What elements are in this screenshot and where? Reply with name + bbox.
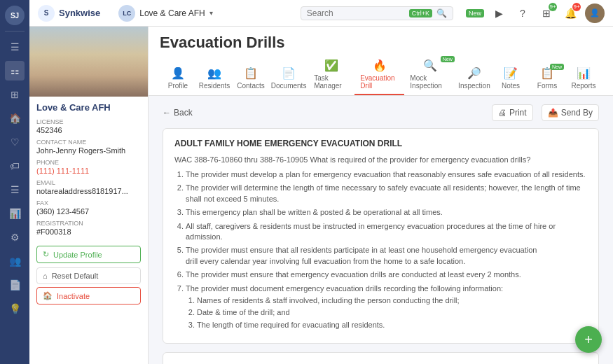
sidebar-divider-1 [5, 31, 25, 31]
drill-form: Evacuation drill Conducted by by Maria D… [163, 352, 599, 364]
sidebar-users-icon[interactable]: 👥 [5, 251, 25, 271]
search-icon: 🔍 [436, 8, 447, 18]
nav-icon-group: New ▶ ? ⊞ 9+ 🔔 9+ 👤 [466, 4, 605, 23]
sidebar-building-icon[interactable]: 🏠 [5, 108, 25, 128]
rule-list: The provider must develop a plan for eme… [174, 169, 587, 330]
evacuation-drill-icon: 🔥 [373, 59, 387, 72]
sub-rule-3: The length of time required for evacuati… [197, 320, 587, 330]
facility-selector[interactable]: LC Love & Care AFH ▾ [118, 5, 212, 22]
print-icon: 🖨 [498, 108, 507, 118]
rule-4: All staff, caregivers & residents must b… [186, 221, 587, 243]
rule-2: The provider will determine the length o… [186, 183, 587, 204]
tab-notes-label: Notes [502, 82, 520, 90]
rule-3: This emergency plan shall be written & p… [186, 207, 587, 218]
inactivate-icon: 🏠 [43, 291, 53, 300]
sub-rule-2: Date & time of the drill; and [197, 307, 587, 318]
email-value: notarealaddress8181917... [36, 187, 141, 195]
patient-sidebar: Love & Care AFH License 452346 Contact N… [29, 27, 149, 364]
tab-contacts[interactable]: 📋 Contacts [233, 62, 269, 95]
send-by-label: Send By [561, 108, 593, 118]
sidebar-light-icon[interactable]: 💡 [5, 299, 25, 318]
tab-forms[interactable]: New 📋 Forms [529, 62, 565, 95]
tab-evacuation-drill[interactable]: 🔥 Evacuation Drill [354, 55, 404, 95]
sidebar-tag-icon[interactable]: 🏷 [5, 156, 25, 176]
tab-notes[interactable]: 📝 Notes [493, 62, 529, 95]
fax-value: (360) 123-4567 [36, 207, 141, 216]
tab-documents[interactable]: 📄 Documents [269, 62, 308, 95]
nav-new-badge[interactable]: New [466, 4, 484, 22]
contact-label: Contact Name [36, 139, 141, 146]
nav-help-icon[interactable]: ? [514, 4, 532, 22]
top-navigation: S Synkwise LC Love & Care AFH ▾ Ctrl+K 🔍… [29, 0, 613, 27]
sidebar-settings-icon[interactable]: ⚙ [5, 227, 25, 247]
documents-icon: 📄 [282, 66, 296, 80]
sidebar-doc-icon[interactable]: 📄 [5, 275, 25, 295]
bell-badge: 9+ [572, 3, 581, 11]
tab-task-manager-label: Task Manager [314, 74, 349, 90]
sidebar-grid-icon[interactable]: ⊞ [5, 85, 25, 104]
sidebar-home-icon[interactable]: ⚏ [5, 61, 25, 80]
license-label: License [36, 118, 141, 125]
send-icon: 📤 [548, 108, 558, 118]
tab-reports[interactable]: 📊 Reports [565, 62, 602, 95]
tab-forms-label: Forms [537, 82, 557, 90]
phone-value: (111) 111-1111 [36, 167, 141, 175]
sidebar-menu-icon[interactable]: ☰ [5, 37, 25, 57]
content-wrapper: Love & Care AFH License 452346 Contact N… [29, 27, 613, 364]
facility-dropdown-arrow: ▾ [209, 9, 213, 17]
nav-apps-icon[interactable]: ⊞ 9+ [537, 4, 556, 22]
reset-default-button[interactable]: ⌂ Reset Default [36, 267, 141, 284]
nav-bell-icon[interactable]: 🔔 9+ [561, 4, 579, 22]
tab-residents-label: Residents [199, 82, 230, 90]
tab-profile[interactable]: 👤 Profile [160, 62, 196, 95]
back-button[interactable]: ← Back [163, 108, 193, 118]
tab-reports-label: Reports [572, 82, 596, 90]
tab-residents[interactable]: 👥 Residents [196, 62, 233, 95]
search-input[interactable] [307, 8, 405, 18]
main-content: S Synkwise LC Love & Care AFH ▾ Ctrl+K 🔍… [29, 0, 613, 364]
tab-inspection[interactable]: 🔎 Inspection [456, 62, 493, 95]
back-bar: ← Back 🖨 Print 📤 Send By [163, 104, 599, 121]
rule-5: The provider must ensure that all reside… [186, 245, 587, 267]
back-label: Back [174, 108, 193, 118]
patient-photo [29, 27, 148, 97]
new-badge: New [466, 9, 484, 18]
left-sidebar: SJ ☰ ⚏ ⊞ 🏠 ♡ 🏷 ☰ 📊 ⚙ 👥 📄 💡 [0, 0, 29, 364]
sidebar-user-avatar[interactable]: SJ [5, 6, 25, 25]
fab-add-button[interactable]: + [575, 326, 602, 353]
sidebar-list-icon[interactable]: ☰ [5, 180, 25, 200]
send-by-button[interactable]: 📤 Send By [542, 104, 599, 121]
sidebar-chart-icon[interactable]: 📊 [5, 204, 25, 223]
contacts-icon: 📋 [244, 66, 258, 80]
inspection-icon: 🔎 [467, 66, 481, 80]
tab-documents-label: Documents [271, 82, 307, 90]
apps-badge: 9+ [549, 3, 557, 11]
print-button[interactable]: 🖨 Print [492, 104, 533, 121]
emergency-section: ADULT FAMILY HOME EMERGENCY EVACUATION D… [163, 128, 599, 344]
tab-profile-label: Profile [168, 82, 188, 90]
mock-inspection-icon: 🔍 [423, 59, 437, 72]
residents-icon: 👥 [207, 66, 221, 80]
sidebar-heart-icon[interactable]: ♡ [5, 132, 25, 152]
nav-play-icon[interactable]: ▶ [490, 4, 508, 22]
update-icon: ↻ [43, 250, 49, 259]
sub-rule-1: Names of residents & staff involved, inc… [197, 295, 587, 306]
sub-rule-list: Names of residents & staff involved, inc… [186, 295, 587, 330]
rule-7: The provider must document emergency eva… [186, 284, 587, 331]
tab-evacuation-drill-label: Evacuation Drill [360, 74, 399, 90]
registration-label: Registration [36, 220, 141, 227]
search-box[interactable]: Ctrl+K 🔍 [301, 6, 453, 20]
registration-value: #F000318 [36, 227, 141, 236]
inactivate-label: Inactivate [57, 292, 90, 300]
emergency-title: ADULT FAMILY HOME EMERGENCY EVACUATION D… [174, 139, 587, 148]
update-profile-button[interactable]: ↻ Update Profile [36, 246, 141, 263]
user-avatar[interactable]: 👤 [585, 4, 605, 23]
fax-label: Fax [36, 200, 141, 206]
inactivate-button[interactable]: 🏠 Inactivate [36, 287, 141, 304]
facility-name: Love & Care AFH [139, 8, 205, 18]
header-area: Evacuation Drills 👤 Profile 👥 Residents … [149, 27, 613, 96]
tab-mock-inspection-label: Mock Inspection [410, 74, 450, 90]
license-value: 452346 [36, 126, 141, 134]
tab-task-manager[interactable]: ✅ Task Manager [308, 55, 354, 95]
tab-mock-inspection[interactable]: New 🔍 Mock Inspection [404, 55, 455, 95]
